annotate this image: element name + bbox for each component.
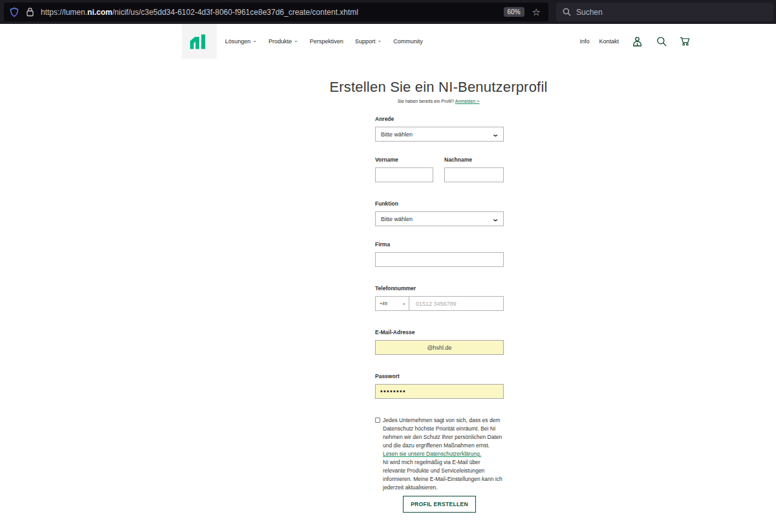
cart-icon[interactable] (680, 36, 691, 47)
browser-search-box[interactable]: Suchen (556, 3, 773, 21)
privacy-consent: Jedes Unternehmen sagt von sich, dass es… (375, 416, 504, 492)
main-nav: Lösungen⌄ Produkte⌄ Perspektiven Support… (225, 24, 423, 59)
chevron-down-icon: ⌄ (294, 39, 298, 42)
ni-logo[interactable] (182, 24, 217, 59)
site-header: Lösungen⌄ Produkte⌄ Perspektiven Support… (0, 24, 776, 59)
account-icon[interactable] (632, 36, 643, 47)
url-text[interactable]: https://lumen.ni.com/nicif/us/c3e5dd34-6… (41, 8, 504, 17)
nav-community[interactable]: Community (393, 38, 423, 45)
datenschutz-link[interactable]: Lesen sie unsere Datenschutzerklärung. (383, 451, 481, 457)
nav-support[interactable]: Support⌄ (355, 38, 382, 45)
anmelden-link[interactable]: Anmelden > (455, 99, 480, 103)
profile-form: Anrede Bitte wählen ⌄ Vorname Nachname F… (375, 116, 504, 513)
nav-kontakt[interactable]: Kontakt (599, 38, 619, 45)
email-input[interactable] (375, 340, 504, 355)
url-bar[interactable]: https://lumen.ni.com/nicif/us/c3e5dd34-6… (4, 3, 548, 21)
chevron-down-icon: ⌄ (378, 39, 382, 42)
search-icon[interactable] (656, 36, 667, 47)
telefon-label: Telefonnummer (375, 285, 504, 292)
zoom-level-badge[interactable]: 60% (504, 7, 524, 17)
anrede-label: Anrede (375, 116, 504, 122)
browser-toolbar: https://lumen.ni.com/nicif/us/c3e5dd34-6… (0, 0, 776, 24)
nachname-input[interactable] (444, 167, 504, 182)
nav-info[interactable]: Info (579, 38, 589, 45)
firma-input[interactable] (375, 252, 504, 267)
privacy-text-2: NI wird mich regelmäßig via E-Mail über … (383, 459, 502, 491)
email-label: E-Mail-Adresse (375, 329, 504, 335)
chevron-down-icon: ⌄ (491, 215, 499, 222)
vorname-input[interactable] (375, 167, 433, 182)
search-icon (563, 8, 571, 16)
passwort-input[interactable] (375, 384, 504, 399)
chevron-down-icon: ▾ (403, 302, 405, 306)
anrede-select[interactable]: Bitte wählen ⌄ (375, 127, 504, 142)
nav-perspektiven[interactable]: Perspektiven (310, 38, 343, 45)
main-content: Erstellen Sie ein NI-Benutzerprofil Sie … (0, 79, 776, 513)
lock-icon[interactable] (26, 7, 34, 17)
nachname-label: Nachname (444, 156, 504, 163)
vorname-label: Vorname (375, 156, 433, 163)
funktion-select[interactable]: Bitte wählen ⌄ (375, 211, 504, 226)
telefon-input[interactable] (409, 296, 504, 311)
bookmark-star-icon[interactable]: ☆ (532, 7, 541, 17)
privacy-checkbox[interactable] (375, 418, 380, 423)
subtitle: Sie haben bereits ein Profil? Anmelden > (309, 99, 568, 103)
nav-produkte[interactable]: Produkte⌄ (268, 38, 298, 45)
page-title: Erstellen Sie ein NI-Benutzerprofil (309, 79, 568, 96)
chevron-down-icon: ⌄ (253, 39, 257, 42)
privacy-text-1: Jedes Unternehmen sagt von sich, dass es… (383, 417, 502, 449)
passwort-label: Passwort (375, 373, 504, 379)
nav-loesungen[interactable]: Lösungen⌄ (225, 38, 257, 45)
country-code-select[interactable]: +49 ▾ (375, 296, 409, 311)
utility-nav: Info Kontakt (579, 24, 691, 59)
funktion-label: Funktion (375, 200, 504, 207)
search-placeholder: Suchen (576, 8, 603, 17)
firma-label: Firma (375, 241, 504, 248)
shield-icon[interactable] (9, 7, 19, 17)
profil-erstellen-button[interactable]: PROFIL ERSTELLEN (403, 496, 476, 513)
chevron-down-icon: ⌄ (491, 131, 499, 138)
